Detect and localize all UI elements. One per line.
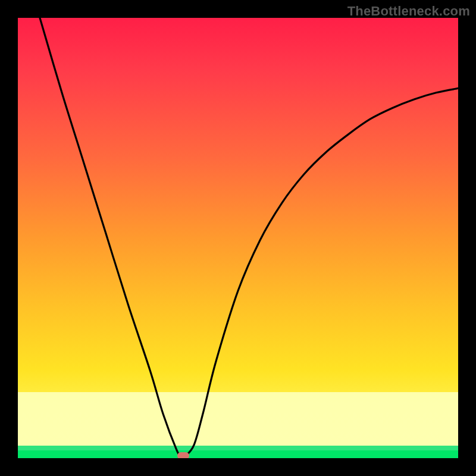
watermark-text: TheBottleneck.com	[347, 4, 470, 19]
bottleneck-curve	[18, 18, 458, 458]
curve-path	[40, 18, 458, 457]
chart-frame: TheBottleneck.com	[0, 0, 476, 476]
plot-area	[18, 18, 458, 458]
min-marker	[177, 452, 189, 458]
